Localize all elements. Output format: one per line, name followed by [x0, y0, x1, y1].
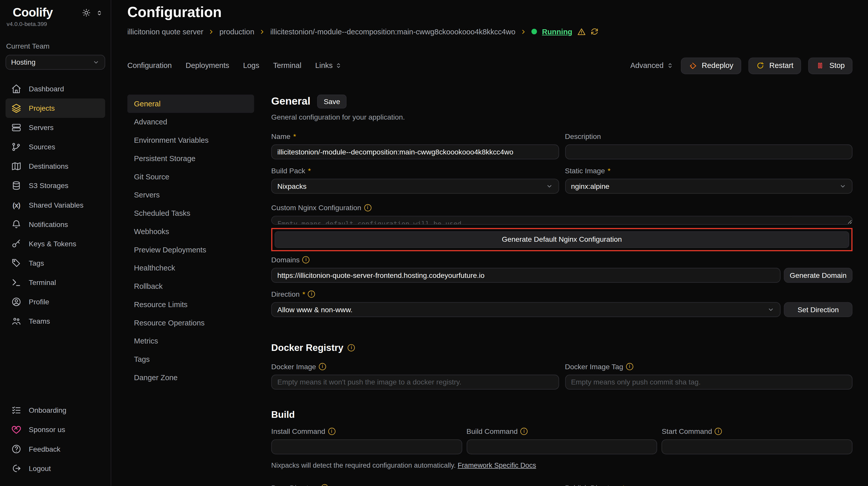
- description-label: Description: [565, 132, 601, 141]
- nginx-config-textarea[interactable]: [271, 216, 852, 225]
- sidebar-footer: Onboarding Sponsor us Feedback Logout: [6, 400, 105, 478]
- breadcrumb-environment[interactable]: production: [219, 28, 254, 36]
- sidebar-item-profile[interactable]: Profile: [6, 292, 105, 312]
- sidebar-item-sponsor-us[interactable]: Sponsor us: [6, 420, 105, 440]
- subnav-item-preview-deployments[interactable]: Preview Deployments: [127, 241, 254, 259]
- tutorial-highlight-box: Generate Default Nginx Configuration: [271, 228, 852, 251]
- framework-docs-link[interactable]: Framework Specific Docs: [458, 461, 536, 469]
- subnav-item-resource-limits[interactable]: Resource Limits: [127, 295, 254, 314]
- refresh-icon[interactable]: [591, 28, 598, 36]
- subnav-item-servers[interactable]: Servers: [127, 186, 254, 204]
- database-icon: [11, 181, 21, 191]
- user-circle-icon: [11, 297, 21, 307]
- subnav-item-tags[interactable]: Tags: [127, 350, 254, 368]
- domains-input[interactable]: [271, 268, 781, 283]
- subnav-item-healthcheck[interactable]: Healthcheck: [127, 259, 254, 277]
- warning-triangle-icon[interactable]: [577, 28, 586, 36]
- status-running-link[interactable]: Running: [542, 28, 572, 36]
- chevron-right-icon: [520, 29, 526, 35]
- subnav-item-webhooks[interactable]: Webhooks: [127, 222, 254, 241]
- required-asterisk: [293, 132, 296, 141]
- sidebar-item-s3-storages[interactable]: S3 Storages: [6, 176, 105, 195]
- subnav-item-advanced[interactable]: Advanced: [127, 113, 254, 131]
- sidebar-item-shared-variables[interactable]: (x) Shared Variables: [6, 195, 105, 215]
- subnav-item-general[interactable]: General: [127, 95, 254, 113]
- chevron-down-icon: [546, 183, 553, 190]
- tab-links[interactable]: Links: [315, 62, 342, 70]
- subnav-item-rollback[interactable]: Rollback: [127, 277, 254, 295]
- redeploy-button[interactable]: Redeploy: [681, 58, 741, 74]
- sidebar-item-keys-tokens[interactable]: Keys & Tokens: [6, 234, 105, 253]
- sidebar-item-terminal[interactable]: Terminal: [6, 273, 105, 292]
- build-pack-select[interactable]: Nixpacks: [271, 179, 559, 194]
- save-button[interactable]: Save: [317, 95, 347, 108]
- layers-icon: [11, 103, 21, 113]
- chevron-down-icon: [92, 59, 99, 66]
- tab-terminal[interactable]: Terminal: [273, 62, 301, 70]
- static-image-select[interactable]: nginx:alpine: [565, 179, 852, 194]
- description-input[interactable]: [565, 144, 852, 159]
- breadcrumb-resource[interactable]: illicitestonion/-module--decomposition:m…: [270, 28, 516, 36]
- info-icon[interactable]: [364, 204, 371, 211]
- section-description: General configuration for your applicati…: [271, 113, 852, 121]
- advanced-menu[interactable]: Advanced: [630, 62, 674, 70]
- sidebar-item-notifications[interactable]: Notifications: [6, 215, 105, 234]
- start-command-input[interactable]: [661, 439, 852, 454]
- docker-image-tag-input[interactable]: [565, 375, 852, 390]
- info-icon[interactable]: [715, 428, 722, 435]
- info-icon[interactable]: [302, 256, 310, 263]
- tab-logs[interactable]: Logs: [243, 62, 259, 70]
- sidebar-item-servers[interactable]: Servers: [6, 118, 105, 137]
- subnav-item-scheduled-tasks[interactable]: Scheduled Tasks: [127, 204, 254, 222]
- current-team-label: Current Team: [6, 42, 105, 51]
- logout-icon: [11, 463, 21, 474]
- subnav-item-danger-zone[interactable]: Danger Zone: [127, 368, 254, 387]
- set-direction-button[interactable]: Set Direction: [784, 302, 852, 317]
- generate-domain-button[interactable]: Generate Domain: [784, 268, 852, 283]
- sidebar-item-dashboard[interactable]: Dashboard: [6, 79, 105, 98]
- tag-icon: [11, 258, 21, 268]
- restart-button[interactable]: Restart: [748, 58, 801, 74]
- sidebar-item-teams[interactable]: Teams: [6, 312, 105, 331]
- info-icon[interactable]: [348, 345, 355, 352]
- build-pack-label: Build Pack: [271, 166, 306, 175]
- info-icon[interactable]: [308, 290, 315, 297]
- sidebar-item-sources[interactable]: Sources: [6, 137, 105, 157]
- info-icon[interactable]: [321, 484, 328, 486]
- name-input[interactable]: [271, 144, 559, 159]
- subnav-item-persistent-storage[interactable]: Persistent Storage: [127, 149, 254, 168]
- sidebar: Coolify v4.0.0-beta.399 Current Team Hos…: [0, 0, 111, 486]
- sidebar-item-destinations[interactable]: Destinations: [6, 157, 105, 176]
- chevron-right-icon: [208, 29, 214, 35]
- generate-nginx-config-button[interactable]: Generate Default Nginx Configuration: [275, 231, 849, 248]
- instance-switcher-chevrons-icon[interactable]: [96, 9, 103, 16]
- sidebar-item-projects[interactable]: Projects: [6, 98, 105, 118]
- subnav-item-resource-operations[interactable]: Resource Operations: [127, 314, 254, 332]
- install-command-input[interactable]: [271, 439, 462, 454]
- build-command-label: Build Command: [467, 427, 518, 435]
- app-logo: Coolify: [13, 6, 53, 20]
- info-icon[interactable]: [521, 428, 528, 435]
- info-icon[interactable]: [328, 428, 335, 435]
- sidebar-item-tags[interactable]: Tags: [6, 253, 105, 273]
- sidebar-item-logout[interactable]: Logout: [6, 459, 105, 478]
- subnav-item-metrics[interactable]: Metrics: [127, 332, 254, 350]
- sidebar-item-onboarding[interactable]: Onboarding: [6, 400, 105, 420]
- info-icon[interactable]: [626, 363, 633, 370]
- sidebar-item-feedback[interactable]: Feedback: [6, 440, 105, 459]
- team-select[interactable]: Hosting: [6, 55, 105, 70]
- publish-directory-label: Publish Directory: [565, 483, 619, 486]
- tab-configuration[interactable]: Configuration: [127, 62, 172, 70]
- breadcrumb-project[interactable]: illicitonion quote server: [127, 28, 204, 36]
- braces-x-icon: (x): [11, 200, 21, 210]
- subnav-item-environment-variables[interactable]: Environment Variables: [127, 131, 254, 149]
- stop-button[interactable]: Stop: [808, 58, 853, 74]
- theme-toggle-sun-icon[interactable]: [82, 8, 91, 17]
- docker-image-input[interactable]: [271, 375, 559, 390]
- subnav-item-git-source[interactable]: Git Source: [127, 168, 254, 186]
- info-icon[interactable]: [319, 363, 326, 370]
- build-command-input[interactable]: [467, 439, 657, 454]
- tab-deployments[interactable]: Deployments: [186, 62, 229, 70]
- redeploy-icon: [688, 61, 698, 70]
- direction-select[interactable]: Allow www & non-www.: [271, 302, 781, 317]
